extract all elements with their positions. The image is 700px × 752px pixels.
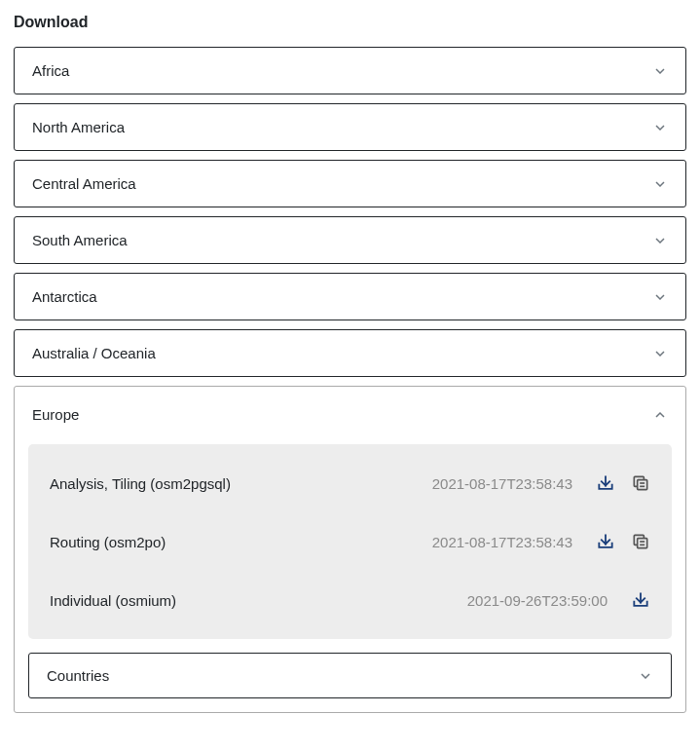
region-label: Europe	[32, 406, 79, 423]
region-label: Africa	[32, 62, 69, 79]
page-title: Download	[14, 14, 686, 31]
detail-row: Individual (osmium)2021-09-26T23:59:00	[28, 571, 672, 629]
region-item: Australia / Oceania	[14, 329, 686, 377]
detail-label: Individual (osmium)	[50, 592, 452, 609]
detail-row: Routing (osm2po)2021-08-17T23:58:43	[28, 512, 672, 571]
region-header[interactable]: Africa	[15, 48, 685, 94]
chevron-down-icon	[638, 668, 653, 684]
region-label: Central America	[32, 175, 136, 192]
region-item: Central America	[14, 160, 686, 207]
copy-icon[interactable]	[631, 473, 650, 493]
region-accordion: AfricaNorth AmericaCentral AmericaSouth …	[14, 47, 686, 713]
region-header[interactable]: Antarctica	[15, 274, 685, 320]
region-header[interactable]: Europe	[15, 387, 685, 444]
download-icon[interactable]	[596, 532, 615, 551]
detail-label: Routing (osm2po)	[50, 534, 417, 550]
region-header[interactable]: North America	[15, 104, 685, 150]
chevron-down-icon	[652, 176, 668, 192]
region-header[interactable]: South America	[15, 217, 685, 263]
chevron-down-icon	[652, 289, 668, 305]
chevron-down-icon	[652, 233, 668, 248]
region-label: Antarctica	[32, 288, 97, 305]
svg-rect-0	[638, 480, 647, 490]
download-icon[interactable]	[596, 473, 615, 493]
region-label: Australia / Oceania	[32, 345, 156, 361]
detail-timestamp: 2021-09-26T23:59:00	[467, 592, 608, 609]
chevron-down-icon	[652, 120, 668, 135]
region-item: EuropeAnalysis, Tiling (osm2pgsql)2021-0…	[14, 386, 686, 713]
detail-label: Analysis, Tiling (osm2pgsql)	[50, 475, 417, 492]
region-item: Antarctica	[14, 273, 686, 320]
region-detail-block: Analysis, Tiling (osm2pgsql)2021-08-17T2…	[28, 444, 672, 639]
region-label: South America	[32, 232, 128, 248]
region-header[interactable]: Central America	[15, 161, 685, 207]
region-item: Africa	[14, 47, 686, 94]
region-item: South America	[14, 216, 686, 264]
chevron-down-icon	[652, 63, 668, 79]
svg-rect-3	[638, 539, 647, 548]
detail-timestamp: 2021-08-17T23:58:43	[432, 475, 572, 492]
region-label: North America	[32, 119, 125, 135]
chevron-down-icon	[652, 346, 668, 361]
region-item: North America	[14, 103, 686, 151]
chevron-up-icon	[652, 407, 668, 423]
detail-timestamp: 2021-08-17T23:58:43	[432, 534, 572, 550]
download-icon[interactable]	[631, 590, 650, 610]
countries-select[interactable]: Countries	[28, 653, 672, 698]
countries-select-label: Countries	[47, 667, 109, 684]
region-header[interactable]: Australia / Oceania	[15, 330, 685, 376]
copy-icon[interactable]	[631, 532, 650, 551]
detail-row: Analysis, Tiling (osm2pgsql)2021-08-17T2…	[28, 454, 672, 512]
